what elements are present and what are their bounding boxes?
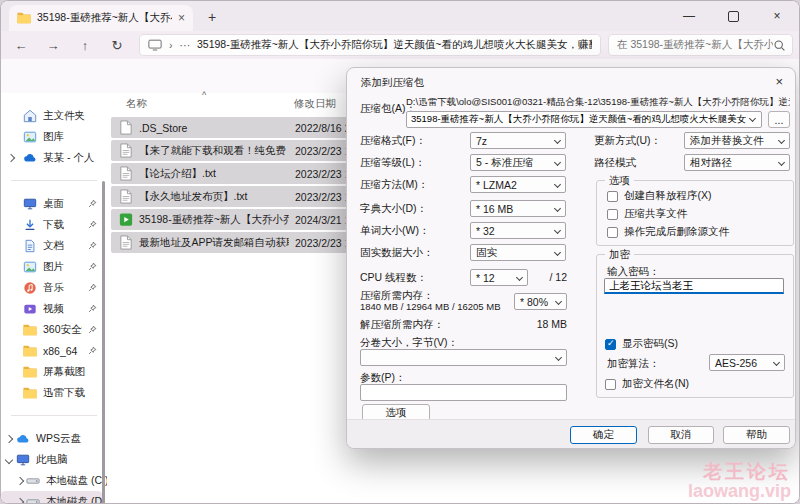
solid-block-label: 固实数据大小： <box>360 246 434 260</box>
breadcrumb-current-folder[interactable]: 35198-重磅推荐~新人【大乔小乔陪你玩】逆天颜值~看的鸡儿想喷火大长腿美女，… <box>197 38 592 52</box>
chevron-down-icon <box>749 115 756 122</box>
format-select[interactable]: 7z <box>470 132 566 149</box>
sidebar-item-drive-c[interactable]: 本地磁盘 (C:) <box>1 470 107 491</box>
search-box[interactable]: 在 35198-重磅推荐~新人【大乔小乔 <box>608 34 793 56</box>
solid-block-select[interactable]: 固实 <box>470 244 566 261</box>
chevron-right-icon[interactable] <box>16 477 24 485</box>
chevron-right-icon[interactable] <box>16 498 24 504</box>
sidebar-item-documents[interactable]: 文档 <box>1 235 107 256</box>
update-mode-select[interactable]: 添加并替换文件 <box>684 132 790 149</box>
sidebar-divider <box>11 415 97 416</box>
path-mode-select[interactable]: 相对路径 <box>684 154 790 171</box>
method-select[interactable]: * LZMA2 <box>470 176 566 193</box>
sidebar-item-screenshots[interactable]: 屏幕截图 <box>1 361 107 382</box>
chevron-right-icon[interactable] <box>5 435 13 443</box>
txt-file-icon <box>119 166 133 181</box>
level-select[interactable]: 5 - 标准压缩 <box>470 154 566 171</box>
encrypt-names-label: 加密文件名(N) <box>622 377 689 391</box>
password-input[interactable] <box>604 278 784 294</box>
dialog-close-icon[interactable]: × <box>775 74 783 89</box>
column-header-name[interactable]: 名称 <box>126 97 294 111</box>
sidebar-item-music[interactable]: 音乐 <box>1 277 107 298</box>
checkbox-checked-icon <box>605 339 616 350</box>
cpu-threads-select[interactable]: * 12 <box>470 269 528 286</box>
cpu-threads-max: / 12 <box>537 271 567 283</box>
memory-percent-select[interactable]: * 80% <box>514 293 567 310</box>
refresh-icon[interactable]: ↻ <box>105 35 129 57</box>
password-label: 输入密码： <box>607 265 660 279</box>
chevron-right-icon[interactable] <box>7 154 15 162</box>
sidebar-item-pictures[interactable]: 图片 <box>1 256 107 277</box>
compress-shared-label: 压缩共享文件 <box>624 207 687 221</box>
algorithm-select[interactable]: AES-256 <box>709 354 785 371</box>
create-sfx-checkbox[interactable]: 创建自释放程序(X) <box>607 189 712 203</box>
checkbox-icon <box>607 227 618 238</box>
sidebar-item-label: WPS云盘 <box>36 432 107 446</box>
volume-size-select[interactable] <box>360 349 567 366</box>
sidebar-item-drive-d[interactable]: 本地磁盘 (D:) <box>1 491 102 504</box>
delete-after-checkbox[interactable]: 操作完成后删除源文件 <box>607 225 729 239</box>
folder-icon <box>23 366 37 378</box>
sidebar-item-label: 主文件夹 <box>43 109 107 123</box>
file-name: 【永久地址发布页】.txt <box>139 190 289 204</box>
back-icon[interactable]: ← <box>9 35 33 57</box>
this-pc-icon <box>16 453 30 467</box>
encrypt-names-checkbox[interactable]: 加密文件名(N) <box>605 377 689 391</box>
address-bar[interactable]: › ⋯ 35198-重磅推荐~新人【大乔小乔陪你玩】逆天颜值~看的鸡儿想喷火大长… <box>139 34 601 56</box>
sidebar-item-gallery[interactable]: 图库 <box>1 126 107 147</box>
archive-name-input[interactable] <box>407 114 750 125</box>
sidebar-item-onedrive[interactable]: 某某 - 个人 <box>1 147 107 168</box>
sidebar-item-wps-cloud[interactable]: WPS云盘 <box>1 428 107 449</box>
sidebar-item-home[interactable]: 主文件夹 <box>1 105 107 126</box>
minimize-button[interactable]: — <box>667 1 711 31</box>
compress-shared-checkbox[interactable]: 压缩共享文件 <box>607 207 687 221</box>
maximize-button[interactable] <box>711 1 755 31</box>
algorithm-label: 加密算法： <box>607 357 660 371</box>
sidebar-item-360browser[interactable]: 360安全浏览 <box>1 319 107 340</box>
column-header-date[interactable]: 修改日期 <box>294 97 336 111</box>
cancel-button[interactable]: 取消 <box>648 426 714 444</box>
sidebar-item-label: 本地磁盘 (D:) <box>46 495 102 504</box>
sidebar-item-x86_64[interactable]: x86_64 <box>1 340 107 361</box>
tab-close-icon[interactable]: × <box>178 12 185 24</box>
sidebar-item-videos[interactable]: 视频 <box>1 298 107 319</box>
help-button[interactable]: 帮助 <box>723 426 790 444</box>
breadcrumb-chevron-icon: › <box>169 39 173 51</box>
chevron-down-icon[interactable] <box>5 456 13 464</box>
sidebar-item-label: 屏幕截图 <box>43 365 107 379</box>
archive-name-combo[interactable] <box>406 111 762 128</box>
video-file-icon <box>119 212 133 227</box>
sidebar-item-label: 视频 <box>43 302 82 316</box>
sidebar-item-downloads[interactable]: 下载 <box>1 214 107 235</box>
home-icon <box>23 109 37 123</box>
ok-button[interactable]: 确定 <box>570 426 637 444</box>
browse-button[interactable]: ... <box>768 111 790 128</box>
file-name: 【来了就能下载和观看！纯免费！】.txt <box>139 144 289 158</box>
gallery-icon <box>23 130 37 144</box>
sidebar-item-thunder-downloads[interactable]: 迅雷下载 <box>1 382 107 403</box>
file-icon <box>119 120 133 135</box>
explorer-tab[interactable]: 35198-重磅推荐~新人【大乔小 × <box>9 5 193 31</box>
parameters-input[interactable] <box>360 384 567 401</box>
file-name: 最新地址及APP请发邮箱自动获取！！！... <box>139 236 289 250</box>
show-password-checkbox[interactable]: 显示密码(S) <box>605 337 678 351</box>
sidebar-item-this-pc[interactable]: 此电脑 <box>1 449 107 470</box>
sidebar-item-label: 某某 - 个人 <box>43 151 107 165</box>
txt-file-icon <box>119 143 133 158</box>
dictionary-select[interactable]: * 16 MB <box>470 200 566 217</box>
desktop-icon <box>23 197 37 211</box>
file-name: .DS_Store <box>139 122 289 134</box>
search-input[interactable]: 在 35198-重磅推荐~新人【大乔小乔 <box>617 38 773 52</box>
new-tab-button[interactable]: + <box>201 6 223 28</box>
breadcrumb-ellipsis[interactable]: ⋯ <box>180 39 191 51</box>
sidebar-item-label: 文档 <box>43 239 82 253</box>
sidebar-item-desktop[interactable]: 桌面 <box>1 193 107 214</box>
close-button[interactable]: × <box>755 1 799 31</box>
encryption-group: 加密 输入密码： 显示密码(S) 加密算法： AES-256 加密文件名(N) <box>596 254 794 398</box>
word-size-select[interactable]: * 32 <box>470 222 566 239</box>
sidebar: 主文件夹 图库 某某 - 个人 桌面 下载 文档 图片 <box>1 93 107 503</box>
up-icon[interactable]: ↑ <box>73 35 97 57</box>
forward-icon[interactable]: → <box>41 35 65 57</box>
sidebar-scrollbar[interactable] <box>102 181 105 504</box>
folder-icon <box>17 12 31 24</box>
